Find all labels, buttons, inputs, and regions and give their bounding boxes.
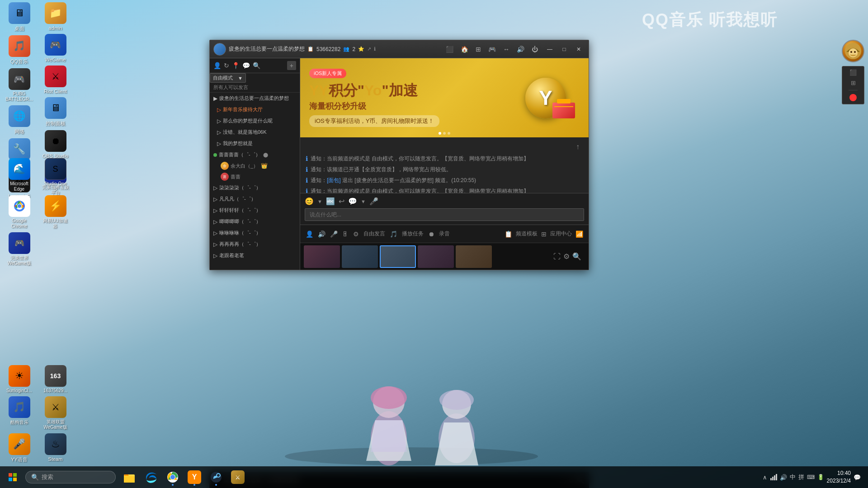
media-thumb-2[interactable] [342, 245, 378, 268]
emoji-dropdown[interactable]: ▼ [317, 199, 322, 204]
user-yuedabai[interactable]: 余 余大白（_） 👑 [210, 160, 300, 171]
input-method[interactable]: 中 [790, 473, 796, 481]
game-icon[interactable]: 🎮 [486, 45, 498, 54]
playlist-text[interactable]: 播放任务 [402, 230, 424, 238]
scroll-up-btn[interactable]: ↑ [574, 141, 581, 153]
icon-item-desktop[interactable]: 🖥 桌面 [2, 2, 36, 32]
app-center-text[interactable]: 应用中心 [550, 230, 572, 238]
taskbar-file-explorer[interactable] [119, 467, 139, 487]
tray-icon-1[interactable]: ⌨ [807, 474, 815, 480]
user-avatar-panel[interactable] [842, 40, 864, 62]
search-media-icon[interactable]: 🔍 [572, 252, 581, 261]
icon-item-riot[interactable]: ⚔ Riot Client [38, 66, 72, 94]
icon-item-obs[interactable]: ⏺ OBS Studio [38, 130, 72, 159]
icon-item-controlpanel[interactable]: 🖥 控制面板 [38, 97, 72, 127]
channel-item-xu[interactable]: ▷ 咻咻咻咻（゜-゜） [210, 227, 300, 239]
add-icon[interactable]: + [287, 61, 296, 70]
grid-icon[interactable]: ⊞ [474, 45, 483, 54]
grid-bot-icon[interactable]: ⊞ [541, 230, 547, 238]
minimize-button[interactable]: — [543, 43, 556, 56]
corner-icon-1[interactable]: ⬛ [849, 69, 857, 76]
power-icon[interactable]: ⏻ [530, 45, 540, 54]
corner-icon-2[interactable]: ⊞ [851, 80, 856, 86]
mic-icon[interactable]: 🎤 [369, 197, 378, 206]
channel-item-ji[interactable]: ▷ 唧唧唧唧（゜-゜） [210, 216, 300, 227]
sound-icon[interactable]: 🔊 [515, 45, 526, 54]
channel-item-main[interactable]: ▶ 疲惫的生活总要一点温柔的梦想 [210, 93, 300, 104]
signal-icon[interactable]: 📶 [576, 230, 583, 238]
record-icon[interactable]: ⏺ [428, 230, 434, 238]
person-icon[interactable]: 👤 [213, 62, 221, 69]
taskbar-chrome[interactable] [163, 467, 183, 487]
channel-item-fan[interactable]: ▷ 凡凡凡（゜-゜） [210, 193, 300, 205]
channel-item-laogen[interactable]: ▷ 老跟着老茗 [210, 250, 300, 261]
taskbar-steam[interactable] [206, 467, 226, 487]
taskbar-lol[interactable]: ⚔ [228, 467, 248, 487]
user-qiang2[interactable]: 蔷 蔷蔷 [210, 171, 300, 182]
mode-selector[interactable]: 自由模式 ▼ [210, 73, 246, 83]
channel-item-mydream[interactable]: ▷ 我的梦想就是 [210, 138, 300, 149]
icon-item-uuspeed[interactable]: ⚡ 网易UU加速器 [38, 195, 72, 229]
maximize-button[interactable]: □ [558, 43, 571, 56]
icon-item-wegame3[interactable]: 🎮 完美世界WeGame版 [2, 232, 36, 266]
media-thumb-3[interactable] [380, 245, 416, 268]
mode-text[interactable]: 自由发言 [363, 230, 385, 238]
emoji-icon[interactable]: 😊 [305, 197, 314, 206]
start-button[interactable] [4, 468, 22, 486]
search-icon[interactable]: 🔍 [253, 62, 260, 69]
icon-item-qqmusic[interactable]: 🎵 QQ音乐 [2, 35, 36, 65]
input-toggle[interactable]: 拼 [798, 473, 804, 481]
icon-item-studioone[interactable]: S Studio OneS [38, 158, 72, 192]
settings-media-icon[interactable]: ⚙ [563, 252, 570, 261]
channel-item-xuan[interactable]: ▷ 轩轩轩轩（゜-゜） [210, 205, 300, 216]
channel-template-icon[interactable]: 📋 [505, 230, 512, 238]
bubble-icon[interactable]: 💬 [348, 197, 357, 206]
icon-item-kugou[interactable]: 🎵 酷狗音乐 [2, 396, 36, 430]
eq-icon[interactable]: 🎚 [342, 230, 349, 238]
volume-icon[interactable]: 🔊 [318, 230, 326, 238]
screen-icon[interactable]: ⬛ [444, 45, 455, 54]
icon-item-network[interactable]: 🌐 网络 [2, 105, 36, 135]
icon-item-steam-desktop[interactable]: ♨ Steam [38, 433, 72, 463]
icon-item-chrome[interactable]: GoogleChrome [2, 195, 36, 229]
channel-item-hall[interactable]: ▷ 新年音乐接待大厅 [210, 104, 300, 115]
media-thumb-4[interactable] [418, 245, 454, 268]
icon-item-pubg[interactable]: 🎮 PUBGBATTLEGR... [2, 68, 36, 102]
settings-icon[interactable]: ⚙ [353, 230, 359, 238]
chat-input[interactable] [305, 208, 584, 221]
home-icon[interactable]: 🏠 [459, 45, 470, 54]
full-screen-icon[interactable]: ⛶ [553, 253, 561, 261]
media-thumb-5[interactable] [456, 245, 492, 268]
location-icon[interactable]: 📍 [232, 62, 240, 69]
icon-item-wegame[interactable]: 🎮 WeGame [38, 34, 72, 62]
user-bot-icon[interactable]: 👤 [306, 230, 313, 238]
channel-item-wrong[interactable]: ▷ 没错、就是落地06K [210, 127, 300, 138]
volume-tray[interactable]: 🔊 [780, 474, 787, 481]
chat-icon[interactable]: 💬 [242, 62, 250, 69]
icon-item-sunlogin[interactable]: ☀ SunloginCl... [2, 365, 36, 393]
icon-item-lol-bottom[interactable]: ⚔ 英雄联盟WeGame版 [38, 396, 72, 430]
taskbar-edge[interactable] [141, 467, 161, 487]
record-text[interactable]: 录音 [439, 230, 450, 238]
music-icon[interactable]: 🎵 [390, 230, 397, 238]
search-bar[interactable]: 🔍 搜索 [25, 471, 116, 483]
refresh-icon[interactable]: ↻ [224, 62, 229, 69]
bubble-dropdown[interactable]: ▼ [361, 199, 366, 204]
taskbar-yy[interactable]: Y [184, 467, 204, 487]
channel-item-zai[interactable]: ▷ 再再再再（゜-゜） [210, 239, 300, 250]
channel-item-qiang[interactable]: 蔷蔷蔷蔷（゜-゜） ⬤ [210, 149, 300, 160]
channel-template-text[interactable]: 频道模板 [516, 230, 538, 238]
icon-item-edge[interactable]: 🌊 MicrosoftEdge [2, 158, 36, 192]
tray-up-arrow[interactable]: ∧ [763, 474, 767, 481]
channel-item-qi[interactable]: ▷ 柒柒柒柒（゜-゜） [210, 182, 300, 193]
icon-item-163speed[interactable]: 163 16375629... [38, 365, 72, 393]
tray-icon-2[interactable]: 🔋 [817, 474, 824, 480]
translate-icon[interactable]: 🔤 [326, 197, 335, 206]
media-thumb-1[interactable] [304, 245, 340, 268]
close-button[interactable]: ✕ [572, 43, 585, 56]
mic-bot-icon[interactable]: 🎤 [330, 230, 338, 238]
channel-item-dream[interactable]: ▷ 那么你的梦想是什么呢 [210, 115, 300, 127]
arrow-icon[interactable]: ↔ [501, 45, 511, 54]
send-icon[interactable]: ↩ [339, 197, 344, 206]
icon-item-admin[interactable]: 📁 admin [38, 2, 72, 31]
